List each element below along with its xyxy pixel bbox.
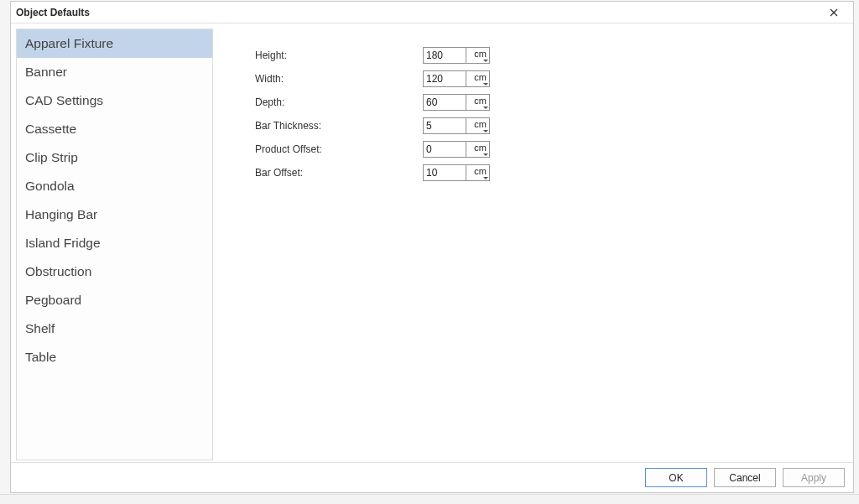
sidebar-item-label: Gondola: [25, 179, 75, 193]
field-bar-offset: Bar Offset: cm: [255, 164, 845, 181]
sidebar-item-hanging-bar[interactable]: Hanging Bar: [17, 200, 212, 229]
product-offset-value[interactable]: [424, 142, 466, 157]
depth-input: cm: [423, 94, 490, 111]
button-bar: OK Cancel Apply: [11, 462, 853, 492]
ok-button[interactable]: OK: [645, 468, 707, 487]
sidebar-item-label: CAD Settings: [25, 93, 103, 107]
sidebar-item-label: Cassette: [25, 122, 76, 136]
width-value[interactable]: [424, 71, 466, 86]
apply-button[interactable]: Apply: [783, 468, 845, 487]
window-title: Object Defaults: [16, 7, 90, 18]
sidebar-item-label: Apparel Fixture: [25, 36, 113, 50]
sidebar-item-label: Table: [25, 350, 56, 364]
height-input: cm: [423, 47, 490, 64]
sidebar-item-label: Island Fridge: [25, 236, 101, 250]
field-label: Height:: [255, 49, 423, 61]
field-product-offset: Product Offset: cm: [255, 141, 845, 158]
sidebar-item-pegboard[interactable]: Pegboard: [17, 286, 212, 314]
sidebar-item-table[interactable]: Table: [17, 343, 212, 372]
sidebar-item-label: Hanging Bar: [25, 207, 97, 221]
width-unit[interactable]: cm: [466, 71, 489, 86]
bar-thickness-unit[interactable]: cm: [466, 118, 489, 133]
height-value[interactable]: [424, 48, 466, 63]
width-input: cm: [423, 70, 490, 87]
sidebar-item-label: Clip Strip: [25, 150, 78, 164]
sidebar-item-island-fridge[interactable]: Island Fridge: [17, 229, 212, 257]
bar-thickness-value[interactable]: [424, 118, 466, 133]
field-label: Depth:: [255, 96, 423, 108]
field-label: Bar Thickness:: [255, 120, 423, 132]
height-unit[interactable]: cm: [466, 48, 489, 63]
bar-offset-unit[interactable]: cm: [466, 165, 489, 180]
sidebar-item-gondola[interactable]: Gondola: [17, 172, 212, 200]
product-offset-input: cm: [423, 141, 490, 158]
close-icon[interactable]: [820, 3, 848, 23]
sidebar-item-cad-settings[interactable]: CAD Settings: [17, 86, 212, 115]
bar-thickness-input: cm: [423, 117, 490, 134]
field-bar-thickness: Bar Thickness: cm: [255, 117, 845, 134]
sidebar-item-label: Shelf: [25, 321, 55, 335]
sidebar-item-obstruction[interactable]: Obstruction: [17, 257, 212, 286]
bar-offset-value[interactable]: [424, 165, 466, 180]
field-depth: Depth: cm: [255, 94, 845, 111]
field-label: Product Offset:: [255, 143, 423, 155]
cancel-button[interactable]: Cancel: [714, 468, 776, 487]
sidebar-item-label: Pegboard: [25, 293, 81, 307]
sidebar-item-label: Obstruction: [25, 264, 91, 278]
depth-value[interactable]: [424, 95, 466, 110]
sidebar-item-clip-strip[interactable]: Clip Strip: [17, 143, 212, 172]
category-list: Apparel Fixture Banner CAD Settings Cass…: [16, 29, 213, 460]
depth-unit[interactable]: cm: [466, 95, 489, 110]
titlebar: Object Defaults: [11, 2, 853, 23]
field-height: Height: cm: [255, 47, 845, 64]
object-defaults-dialog: Object Defaults Apparel Fixture Banner C…: [10, 1, 854, 493]
sidebar-item-label: Banner: [25, 65, 67, 79]
field-width: Width: cm: [255, 70, 845, 87]
sidebar-item-shelf[interactable]: Shelf: [17, 314, 212, 343]
product-offset-unit[interactable]: cm: [466, 142, 489, 157]
properties-pane: Height: cm Width: cm Depth: cm: [213, 23, 853, 462]
field-label: Width:: [255, 73, 423, 85]
field-label: Bar Offset:: [255, 167, 423, 179]
bar-offset-input: cm: [423, 164, 490, 181]
sidebar-item-apparel-fixture[interactable]: Apparel Fixture: [17, 29, 212, 58]
sidebar-item-cassette[interactable]: Cassette: [17, 115, 212, 143]
sidebar-item-banner[interactable]: Banner: [17, 58, 212, 86]
